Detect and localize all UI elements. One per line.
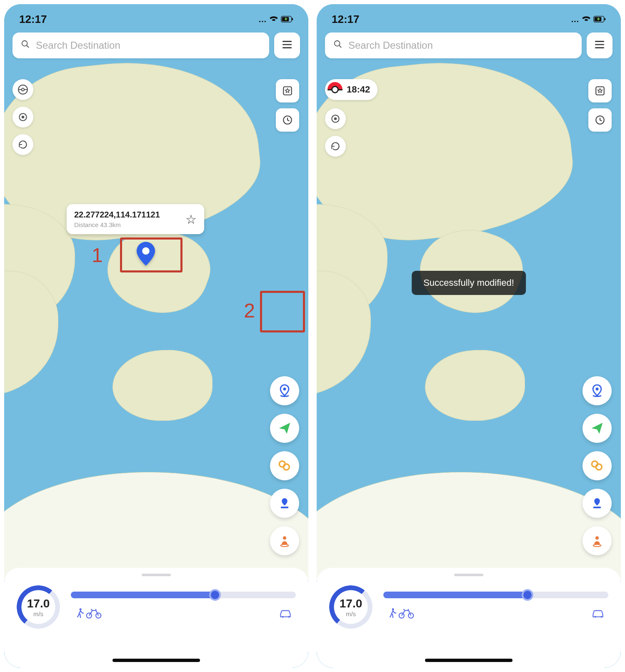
clock-icon xyxy=(595,115,605,125)
svg-point-36 xyxy=(334,117,337,120)
singlespot-icon xyxy=(278,497,291,510)
search-icon xyxy=(333,40,342,51)
speed-value: 17.0 xyxy=(340,597,362,610)
svg-point-10 xyxy=(22,88,25,91)
walk-icon[interactable] xyxy=(74,607,86,623)
fab-stack xyxy=(270,376,299,555)
multispot-icon xyxy=(590,459,604,473)
multispot-icon xyxy=(278,459,292,473)
svg-line-31 xyxy=(339,45,342,48)
teleport-icon xyxy=(278,384,292,398)
svg-rect-2 xyxy=(292,18,293,20)
svg-point-16 xyxy=(283,387,286,390)
star-box-icon xyxy=(282,85,293,96)
right-top-stack xyxy=(276,79,299,132)
search-input[interactable]: Search Destination xyxy=(12,32,269,58)
slider-knob[interactable] xyxy=(522,589,533,601)
slider-knob[interactable] xyxy=(209,589,221,601)
svg-point-43 xyxy=(595,536,599,540)
speed-slider[interactable] xyxy=(71,592,296,598)
teleport-button[interactable] xyxy=(582,376,612,405)
svg-rect-42 xyxy=(593,507,601,508)
home-indicator[interactable] xyxy=(425,659,512,662)
singlespot-icon xyxy=(590,497,604,510)
annotation-number-2: 2 xyxy=(244,299,255,322)
home-indicator[interactable] xyxy=(112,659,200,662)
status-icons: … xyxy=(571,15,606,24)
sheet-handle[interactable] xyxy=(142,574,171,576)
fab-stack xyxy=(582,376,612,555)
status-icons: … xyxy=(258,15,293,24)
send-button[interactable] xyxy=(582,414,612,443)
svg-point-45 xyxy=(392,608,394,610)
cooldown-time: 18:42 xyxy=(347,84,370,95)
search-input[interactable]: Search Destination xyxy=(325,32,582,58)
distance-text: Distance 43.3km xyxy=(74,221,160,228)
favorites-button[interactable] xyxy=(588,79,612,102)
speed-gauge: 17.0 m/s xyxy=(329,585,372,629)
refresh-icon xyxy=(330,141,341,152)
history-button[interactable] xyxy=(276,108,299,132)
car-icon[interactable] xyxy=(278,607,292,623)
multispot-button[interactable] xyxy=(270,451,299,480)
svg-rect-29 xyxy=(604,18,605,20)
svg-point-12 xyxy=(22,116,25,119)
annotation-box-2 xyxy=(260,291,305,332)
menu-button[interactable] xyxy=(274,32,300,58)
history-button[interactable] xyxy=(588,108,612,132)
search-icon xyxy=(21,40,30,51)
bike-icon[interactable] xyxy=(398,607,414,623)
coordinate-popup[interactable]: 22.277224,114.171121 Distance 43.3km ☆ xyxy=(67,204,204,234)
speed-sheet[interactable]: 17.0 m/s xyxy=(4,568,308,668)
sheet-handle[interactable] xyxy=(454,574,483,576)
singlespot-button[interactable] xyxy=(270,489,299,518)
svg-point-49 xyxy=(600,616,602,617)
send-button[interactable] xyxy=(270,414,299,443)
landmass xyxy=(4,472,308,580)
multispot-button[interactable] xyxy=(582,451,612,480)
svg-point-46 xyxy=(399,613,404,618)
toast-message: Successfully modified! xyxy=(412,271,526,295)
svg-point-20 xyxy=(283,536,286,540)
svg-line-4 xyxy=(27,45,29,48)
clock-icon xyxy=(282,115,293,125)
refresh-icon xyxy=(18,139,28,150)
speed-unit: m/s xyxy=(33,610,43,617)
speed-value: 17.0 xyxy=(27,597,50,610)
singlespot-button[interactable] xyxy=(582,489,612,518)
speed-gauge: 17.0 m/s xyxy=(17,585,60,629)
search-placeholder: Search Destination xyxy=(36,40,120,51)
svg-point-44 xyxy=(593,545,601,547)
person-button[interactable] xyxy=(270,526,299,555)
svg-point-23 xyxy=(87,613,92,618)
locate-button[interactable] xyxy=(325,108,346,129)
search-row: Search Destination xyxy=(317,29,621,64)
menu-button[interactable] xyxy=(587,32,612,58)
favorites-button[interactable] xyxy=(276,79,299,102)
locate-button[interactable] xyxy=(12,107,33,127)
svg-point-24 xyxy=(96,613,101,618)
hamburger-icon xyxy=(594,39,605,52)
car-icon[interactable] xyxy=(591,607,605,623)
bike-icon[interactable] xyxy=(86,607,102,623)
pokeball-button[interactable] xyxy=(12,79,33,100)
refresh-button[interactable] xyxy=(325,136,346,157)
status-time: 12:17 xyxy=(332,13,360,26)
paperplane-icon xyxy=(278,422,291,435)
teleport-button[interactable] xyxy=(270,376,299,405)
svg-point-39 xyxy=(595,387,598,390)
left-tool-stack xyxy=(12,79,33,155)
status-bar: 12:17 … xyxy=(4,4,308,29)
pokeball-icon xyxy=(328,82,342,97)
pokeball-icon xyxy=(18,84,28,95)
cooldown-pill[interactable]: 18:42 xyxy=(325,79,378,100)
person-button[interactable] xyxy=(582,526,612,555)
walk-icon[interactable] xyxy=(387,607,398,623)
refresh-button[interactable] xyxy=(12,134,33,155)
speed-slider[interactable] xyxy=(383,592,608,598)
star-box-icon xyxy=(595,85,605,96)
speed-sheet[interactable]: 17.0 m/s xyxy=(317,568,621,668)
status-time: 12:17 xyxy=(19,13,47,26)
target-icon xyxy=(18,112,28,122)
star-icon[interactable]: ☆ xyxy=(185,212,197,227)
